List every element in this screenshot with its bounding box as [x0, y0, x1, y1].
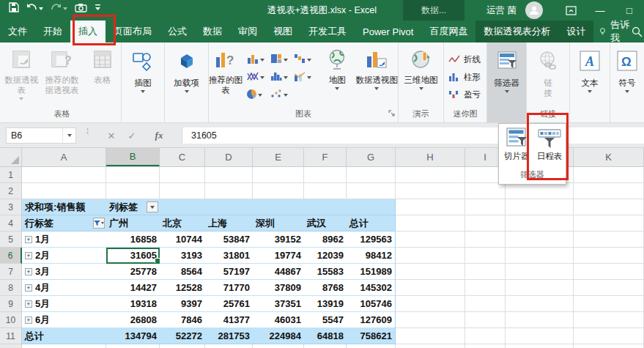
sparkline-柱形-button[interactable]: 柱形: [447, 69, 481, 86]
cell-B11[interactable]: 134794: [106, 328, 160, 344]
link-button[interactable]: 链接: [536, 47, 560, 98]
column-chart-button[interactable]: [245, 50, 269, 67]
cell-J9[interactable]: [506, 296, 574, 312]
tab-设计[interactable]: 设计: [558, 21, 593, 42]
user-name[interactable]: 运营 菌: [486, 4, 517, 17]
cell-H2[interactable]: [396, 183, 465, 199]
cell-F10[interactable]: 5547: [304, 312, 347, 328]
cell-K6[interactable]: [574, 248, 644, 264]
maximize-button[interactable]: □: [620, 3, 639, 18]
row-header-8[interactable]: 8: [0, 280, 22, 296]
cell-F5[interactable]: 8962: [304, 232, 347, 248]
cell-J3[interactable]: [506, 199, 574, 215]
line-chart-button[interactable]: [245, 67, 269, 85]
cell-J2[interactable]: [506, 183, 574, 199]
cell-E6[interactable]: 19774: [253, 248, 304, 264]
cell-D4[interactable]: 上海: [205, 215, 253, 232]
cell-B12[interactable]: [106, 344, 160, 348]
cell-B10[interactable]: 26808: [106, 312, 160, 328]
cell-G2[interactable]: [347, 183, 396, 199]
cell-A4[interactable]: 行标签: [22, 215, 106, 232]
cell-F6[interactable]: 12039: [304, 248, 347, 264]
cell-C5[interactable]: 10744: [160, 232, 205, 248]
cell-K3[interactable]: [574, 199, 644, 215]
tab-开始[interactable]: 开始: [35, 21, 70, 42]
expand-icon[interactable]: +: [25, 284, 32, 292]
cell-K7[interactable]: [574, 264, 644, 280]
minimize-button[interactable]: —: [591, 3, 610, 18]
tab-公式[interactable]: 公式: [160, 21, 195, 42]
cell-D12[interactable]: [205, 344, 253, 348]
save-button[interactable]: [9, 2, 19, 12]
row-header-4[interactable]: 4: [0, 215, 22, 232]
row-header-10[interactable]: 10: [0, 312, 22, 328]
insert-function-button[interactable]: fx: [150, 127, 168, 144]
histogram-chart-button[interactable]: [269, 67, 292, 85]
tab-页面布局[interactable]: 页面布局: [106, 21, 160, 42]
cell-H6[interactable]: [396, 248, 465, 264]
recommended-pivottables-button[interactable]: ? 推荐的数据透视表: [41, 47, 82, 95]
cell-I8[interactable]: [465, 280, 506, 296]
cell-B7[interactable]: 25778: [106, 264, 160, 280]
confirm-entry-button[interactable]: ✓: [123, 127, 141, 144]
cell-K4[interactable]: [574, 215, 644, 232]
cell-J7[interactable]: [506, 264, 574, 280]
column-header-F[interactable]: F: [304, 148, 347, 166]
cell-F1[interactable]: [304, 167, 347, 183]
row-header-2[interactable]: 2: [0, 183, 22, 199]
cell-G5[interactable]: 129563: [347, 232, 396, 248]
expand-icon[interactable]: +: [25, 316, 32, 324]
cell-G10[interactable]: 127609: [347, 312, 396, 328]
column-header-D[interactable]: D: [205, 148, 253, 166]
cell-D9[interactable]: 25761: [205, 296, 253, 312]
cell-C7[interactable]: 8564: [160, 264, 205, 280]
cell-J5[interactable]: [506, 232, 574, 248]
cell-I3[interactable]: [465, 199, 506, 215]
cell-G7[interactable]: 151989: [347, 264, 396, 280]
addins-button[interactable]: 加载项: [168, 47, 206, 93]
cell-A12[interactable]: [22, 344, 106, 348]
cell-A2[interactable]: [22, 183, 106, 199]
cell-F11[interactable]: 64818: [304, 328, 347, 344]
tab-视图[interactable]: 视图: [265, 21, 300, 42]
row-header-3[interactable]: 3: [0, 199, 22, 215]
row-header-6[interactable]: 6: [0, 248, 22, 264]
symbols-button[interactable]: Ω 符号: [611, 47, 643, 93]
cell-C4[interactable]: 北京: [160, 215, 205, 232]
cell-I7[interactable]: [465, 264, 506, 280]
cell-B8[interactable]: 14427: [106, 280, 160, 296]
column-header-B[interactable]: B: [106, 148, 160, 166]
row-header-1[interactable]: 1: [0, 167, 22, 183]
cell-C12[interactable]: [160, 344, 205, 348]
column-header-H[interactable]: H: [396, 148, 465, 166]
cell-F12[interactable]: [304, 344, 347, 348]
cell-C9[interactable]: 9397: [160, 296, 205, 312]
cell-A7[interactable]: +3月: [22, 264, 106, 280]
cell-G6[interactable]: 98412: [347, 248, 396, 264]
sparkline-折线-button[interactable]: 折线: [447, 51, 481, 69]
cell-K10[interactable]: [574, 312, 644, 328]
cell-E3[interactable]: [253, 199, 304, 215]
cell-B1[interactable]: [106, 167, 160, 183]
tab-插入[interactable]: 插入: [70, 21, 106, 42]
customize-qat-button[interactable]: [95, 4, 101, 11]
cell-G4[interactable]: 总计: [347, 215, 396, 232]
cancel-entry-button[interactable]: ✕: [103, 127, 120, 144]
filters-button[interactable]: 筛选器: [488, 47, 526, 93]
cell-F3[interactable]: [304, 199, 347, 215]
cell-F8[interactable]: 8768: [304, 280, 347, 296]
cell-F9[interactable]: 13919: [304, 296, 347, 312]
cell-D8[interactable]: 71770: [205, 280, 253, 296]
cell-F4[interactable]: 武汉: [304, 215, 347, 232]
cell-H5[interactable]: [396, 232, 465, 248]
avatar[interactable]: [525, 1, 543, 19]
cell-G3[interactable]: [347, 199, 396, 215]
column-header-C[interactable]: C: [160, 148, 205, 166]
recommended-charts-button[interactable]: ? 推荐的图表: [209, 47, 243, 95]
cell-K1[interactable]: [574, 167, 644, 183]
cell-H8[interactable]: [396, 280, 465, 296]
cell-J12[interactable]: [506, 344, 574, 348]
cell-K2[interactable]: [574, 183, 644, 199]
expand-icon[interactable]: +: [25, 268, 32, 275]
redo-button[interactable]: [51, 3, 67, 12]
